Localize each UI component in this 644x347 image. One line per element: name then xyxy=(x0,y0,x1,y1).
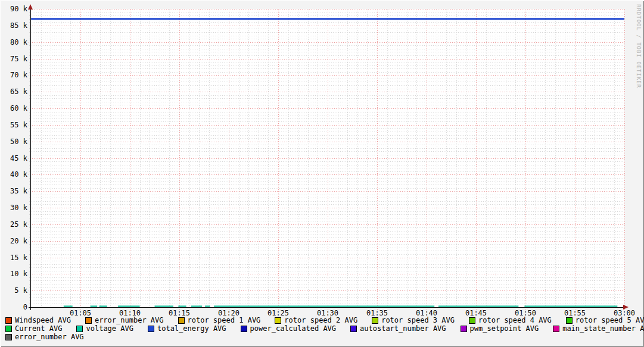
legend-label: total_energy AVG xyxy=(157,324,226,333)
legend-row-3: error_number AVG xyxy=(5,333,640,341)
legend-swatch-icon xyxy=(148,326,154,332)
y-tick-label: 55 k xyxy=(10,121,28,129)
legend-swatch-icon xyxy=(469,317,475,324)
y-tick-label: 25 k xyxy=(10,220,28,229)
legend-label: voltage AVG xyxy=(86,324,133,333)
legend-swatch-icon xyxy=(350,326,357,332)
y-tick-label: 5 k xyxy=(14,286,27,295)
y-tick-label: 85 k xyxy=(10,21,28,30)
y-tick-label: 60 k xyxy=(10,104,28,112)
legend-item: rotor speed 3 AVG xyxy=(372,316,455,324)
legend-item: autostart_number AVG xyxy=(350,324,446,333)
legend-item: voltage AVG xyxy=(76,324,133,333)
legend-item: rotor speed 1 AVG xyxy=(178,316,261,324)
legend-swatch-icon xyxy=(5,326,12,332)
legend-label: rotor speed 3 AVG xyxy=(381,316,455,324)
y-tick-label: 35 k xyxy=(10,187,28,195)
legend-label: rotor speed 4 AVG xyxy=(478,316,552,324)
legend-label: autostart_number AVG xyxy=(360,324,446,333)
chart-legend: Windspeed AVGerror_number AVGrotor speed… xyxy=(5,316,640,341)
legend-item: error_number AVG xyxy=(85,316,164,324)
legend-swatch-icon xyxy=(76,326,83,332)
legend-item: rotor speed 4 AVG xyxy=(469,316,552,324)
legend-label: error_number AVG xyxy=(95,316,164,324)
legend-label: Windspeed AVG xyxy=(15,316,71,324)
rrdtool-graph: 05 k10 k15 k20 k25 k30 k35 k40 k45 k50 k… xyxy=(0,0,644,347)
y-axis-arrow xyxy=(28,4,33,10)
y-tick-label: 20 k xyxy=(10,237,28,245)
legend-item: error_number AVG xyxy=(5,333,84,341)
legend-row-2: Current AVGvoltage AVGtotal_energy AVGpo… xyxy=(5,324,640,333)
y-tick-label: 50 k xyxy=(10,137,28,146)
legend-item: pwm_setpoint AVG xyxy=(461,324,539,333)
legend-item: Current AVG xyxy=(5,324,62,333)
y-tick-label: 30 k xyxy=(10,204,28,212)
legend-swatch-icon xyxy=(566,317,573,324)
legend-label: pwm_setpoint AVG xyxy=(470,324,539,333)
y-tick-label: 70 k xyxy=(10,71,28,79)
legend-row-1: Windspeed AVGerror_number AVGrotor speed… xyxy=(5,316,640,324)
y-tick-label: 15 k xyxy=(10,254,28,262)
y-tick-label: 75 k xyxy=(10,55,28,63)
y-tick-label: 90 k xyxy=(10,5,28,13)
legend-item: power_calculated AVG xyxy=(241,324,337,333)
y-tick-label: 80 k xyxy=(10,38,28,46)
legend-swatch-icon xyxy=(85,317,92,324)
y-tick-label: 65 k xyxy=(10,87,28,96)
chart-canvas: 05 k10 k15 k20 k25 k30 k35 k40 k45 k50 k… xyxy=(0,0,644,347)
legend-item: Windspeed AVG xyxy=(5,316,71,324)
legend-label: Current AVG xyxy=(15,324,62,333)
legend-label: power_calculated AVG xyxy=(250,324,337,333)
legend-label: main_state_number AVG xyxy=(562,324,644,333)
y-tick-label: 0 xyxy=(23,303,27,311)
legend-label: rotor speed 2 AVG xyxy=(284,316,357,324)
legend-swatch-icon xyxy=(461,326,467,332)
legend-swatch-icon xyxy=(372,317,378,324)
legend-item: rotor speed 5 AVG xyxy=(566,316,644,324)
legend-item: rotor speed 2 AVG xyxy=(275,316,357,324)
legend-swatch-icon xyxy=(553,326,559,332)
legend-swatch-icon xyxy=(241,326,247,332)
y-tick-label: 45 k xyxy=(10,154,28,162)
legend-item: main_state_number AVG xyxy=(553,324,644,333)
legend-swatch-icon xyxy=(178,317,185,324)
legend-item: total_energy AVG xyxy=(148,324,226,333)
rrdtool-watermark: RRDTOOL / TOBI OETIKER xyxy=(636,4,642,88)
legend-label: error_number AVG xyxy=(15,333,84,341)
legend-swatch-icon xyxy=(275,317,281,324)
legend-swatch-icon xyxy=(5,317,12,324)
legend-label: rotor speed 5 AVG xyxy=(575,316,644,324)
legend-label: rotor speed 1 AVG xyxy=(188,316,261,324)
y-tick-label: 10 k xyxy=(10,270,28,278)
legend-swatch-icon xyxy=(5,334,12,340)
y-tick-label: 40 k xyxy=(10,170,28,179)
